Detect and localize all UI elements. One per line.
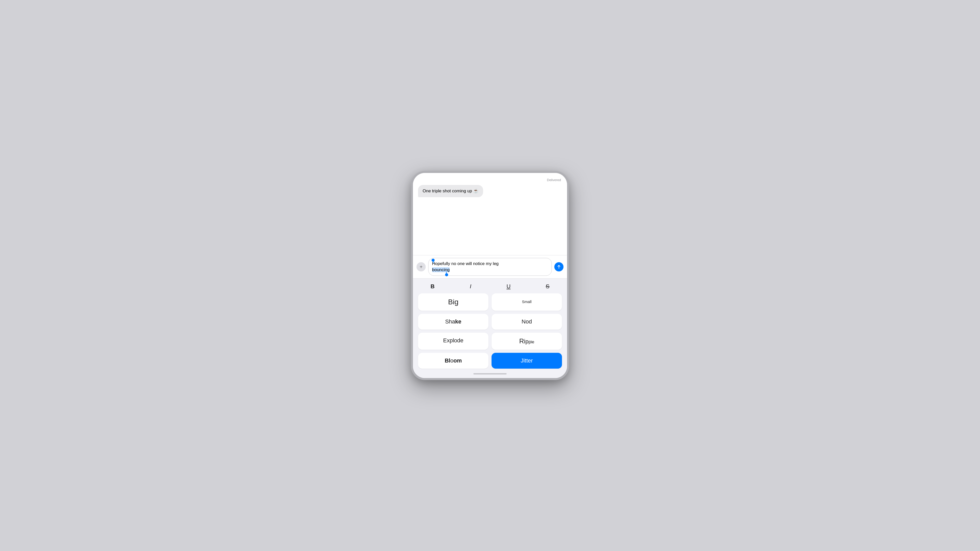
ripple-p2: p <box>528 339 531 345</box>
selection-line-start <box>433 259 434 263</box>
format-toolbar: B I U S <box>413 278 567 293</box>
strikethrough-button[interactable]: S <box>542 282 552 291</box>
messages-area: Delivered One triple shot coming up ☕️ <box>413 173 567 255</box>
plus-icon: + <box>420 264 423 270</box>
selection-line-end <box>446 272 447 276</box>
home-bar <box>473 373 507 375</box>
italic-button[interactable]: I <box>467 282 474 291</box>
message-input[interactable]: Hopefully no one will notice my leg boun… <box>428 258 552 276</box>
selection-handle-end <box>445 273 448 276</box>
text-content: Hopefully no one will notice my leg boun… <box>432 261 548 273</box>
received-message-bubble: One triple shot coming up ☕️ <box>418 185 483 197</box>
underline-button[interactable]: U <box>504 282 514 291</box>
effect-bloom-button[interactable]: Bloom <box>418 353 488 368</box>
shake-bold-part: ke <box>455 318 461 325</box>
ripple-e: e <box>532 340 535 345</box>
effect-jitter-button[interactable]: Jitter <box>492 353 562 368</box>
effect-explode-button[interactable]: Explode <box>418 333 488 350</box>
home-indicator <box>413 371 567 378</box>
effect-nod-label: Nod <box>522 318 532 325</box>
ripple-p: p <box>525 338 528 345</box>
bloom-o: o <box>450 357 453 364</box>
effect-explode-label: Explode <box>443 337 463 344</box>
input-row: + Hopefully no one will notice my leg bo… <box>413 255 567 278</box>
send-icon <box>557 265 561 269</box>
phone-frame: Delivered One triple shot coming up ☕️ +… <box>411 171 569 380</box>
text-before-selection: Hopefully no one will notice my leg <box>432 261 499 266</box>
selected-text: bouncing <box>432 267 450 272</box>
delivered-label: Delivered <box>418 178 562 182</box>
effect-bloom-label: Bloom <box>445 357 462 364</box>
effect-ripple-label: R i p p l e <box>494 337 559 345</box>
received-message-text: One triple shot coming up ☕️ <box>423 188 479 194</box>
effect-jitter-label: Jitter <box>520 357 533 364</box>
effect-small-button[interactable]: Small <box>492 293 562 311</box>
effect-small-label: Small <box>522 300 531 304</box>
bloom-b: Bl <box>445 357 450 364</box>
effect-shake-label: Shake <box>445 318 461 325</box>
effect-shake-button[interactable]: Shake <box>418 314 488 330</box>
send-button[interactable] <box>554 262 563 272</box>
bold-button[interactable]: B <box>428 282 438 291</box>
effect-nod-button[interactable]: Nod <box>492 314 562 330</box>
ripple-r: R <box>519 337 524 345</box>
effect-ripple-button[interactable]: R i p p l e <box>492 333 562 350</box>
attachment-button[interactable]: + <box>417 262 426 272</box>
effect-big-label: Big <box>448 298 458 306</box>
bloom-om: om <box>453 357 462 364</box>
effect-big-button[interactable]: Big <box>418 293 488 311</box>
effects-grid: Big Small Shake Nod Explode R i p p l e <box>413 293 567 371</box>
